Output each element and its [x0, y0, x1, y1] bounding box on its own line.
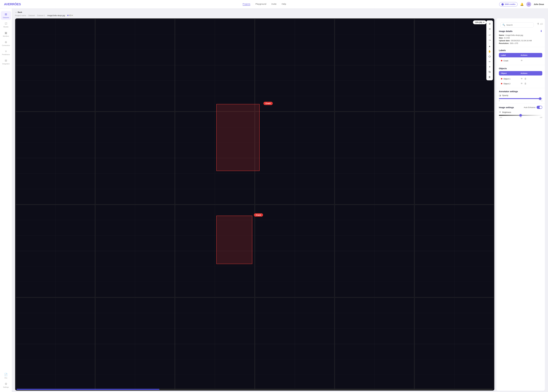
detail-row-upload: Uplaod date: 05/28/2023, 01:04:16 AM [499, 40, 542, 42]
zoom-out-button[interactable]: ⊖ [487, 26, 492, 31]
sidebar-label-connectors: Connectors [2, 44, 10, 46]
bc-sep3: › [46, 14, 47, 17]
upload-label: Uplaod date: [499, 40, 510, 42]
brightness-label: Brightness [502, 111, 511, 113]
label-name-crack: Crack [504, 60, 508, 62]
objects-col-actions: Actions [520, 72, 540, 74]
name-label: Name: [499, 34, 505, 36]
integration-icon: ⊞ [5, 59, 7, 62]
sidebar-label-monitors: Monitors [3, 35, 9, 37]
object-name-cell-1: Object 1 [501, 78, 520, 80]
doc-icon: 📄 [4, 373, 8, 376]
object-row-1: Object 1 👁 🗑 [499, 76, 542, 81]
annotation-box-2[interactable]: Crack [216, 216, 252, 264]
sidebar-item-predictions[interactable]: ≡ Predictions [1, 48, 11, 57]
solar-cell [95, 19, 175, 111]
annotation-box-1[interactable]: Crack [216, 104, 260, 171]
sidebar-item-models[interactable]: ☑ Models [1, 21, 11, 29]
scrollbar-thumb [17, 389, 159, 390]
sidebar-item-connectors[interactable]: ⊕ Connectors [1, 39, 11, 48]
object-actions-2: 👁 🗑 [520, 82, 540, 85]
opacity-range: 0 1 [499, 100, 542, 102]
brightness-slider[interactable] [499, 115, 542, 116]
object-visibility-icon-2[interactable]: 👁 [520, 82, 523, 85]
nav-projects[interactable]: Projects [243, 3, 250, 6]
credits-badge[interactable]: ⬤ 3000 credits [499, 2, 517, 7]
image-details-section: Image details ⬇ Name: image1hdiu-dusjo.j… [496, 28, 545, 47]
visibility-icon[interactable]: 👁 [520, 59, 523, 62]
brightness-thumb[interactable] [519, 114, 522, 117]
pointer-tool-button[interactable]: ▲ [487, 44, 492, 49]
filter-icon[interactable]: ⚗ [537, 22, 539, 26]
hand-tool-button[interactable]: ✋ [487, 49, 492, 54]
nav-links: Projects Playground Invite Help [29, 3, 499, 6]
main-content: ← Back Project name › Dataset › Dataset … [12, 8, 548, 392]
opacity-icon: ◑ [499, 94, 501, 97]
version-badge[interactable]: V1 ▾ [66, 14, 74, 17]
solar-cell [255, 298, 334, 390]
detail-row-size: Size: 6.5 KB [499, 37, 542, 39]
solar-cell [335, 112, 414, 204]
magic-tool-button[interactable]: ✦ [487, 64, 492, 69]
hide-tool-button[interactable] [487, 70, 492, 74]
object-visibility-icon-1[interactable]: 👁 [520, 77, 523, 80]
brightness-icon: ☀ [499, 111, 501, 114]
opacity-thumb[interactable] [539, 97, 541, 100]
notification-bell-icon[interactable]: 🔔 [520, 3, 524, 6]
nav-playground[interactable]: Playground [255, 3, 266, 6]
objects-table-header: Object Actions [499, 71, 542, 76]
search-bar[interactable]: 🔍 [500, 22, 534, 28]
annotator-settings-title: Annotator settings [499, 90, 518, 93]
labels-table: Label Actions Crack 👁 [499, 53, 542, 63]
solar-cell [255, 112, 334, 204]
sidebar-item-datasets[interactable]: ⊞ Datasets [1, 11, 11, 20]
image-settings-title: Image settings [499, 106, 514, 109]
image-settings-section: Image settings Auto Enhance ☀ Brightness [496, 104, 545, 120]
zoom-control[interactable]: 12% (fit) ▾ [473, 21, 486, 24]
bc-dataset1[interactable]: Dataset 1 [37, 14, 45, 17]
solar-cell [15, 19, 95, 111]
version-label: V1 [69, 14, 71, 16]
sidebar: ⊞ Datasets ☑ Models ▣ Monitors ⊕ Connect… [0, 8, 12, 392]
solar-cell [175, 298, 254, 390]
undo-button[interactable]: ↩ [487, 33, 492, 37]
opacity-slider[interactable] [499, 98, 542, 99]
nav-invite[interactable]: Invite [271, 3, 277, 6]
download-icon[interactable]: ⬇ [540, 29, 542, 33]
version-dot [67, 15, 69, 16]
polygon-tool-button[interactable] [487, 54, 492, 59]
image-scrollbar[interactable] [17, 389, 493, 390]
sidebar-label-datasets: Datasets [3, 17, 9, 18]
app-logo: AVERRŌES [4, 2, 21, 6]
object-delete-icon-1[interactable]: 🗑 [524, 77, 527, 80]
bc-dataset[interactable]: Dataset [28, 14, 35, 17]
redo-button[interactable]: ↪ [487, 38, 492, 42]
back-button[interactable]: ← Back [15, 11, 545, 13]
solar-cell [335, 298, 414, 390]
brightness-zero: 0 [520, 117, 521, 118]
sidebar-item-doc[interactable]: 📄 Doc [1, 371, 11, 380]
tag-icon[interactable]: 🏷 [540, 22, 543, 26]
labels-section: Labels Label Actions Crack [496, 47, 545, 65]
brush-tool-button[interactable]: ✏ [487, 59, 492, 64]
object-name-1: Object 1 [504, 78, 510, 80]
bc-project[interactable]: Project name [15, 14, 26, 17]
back-label: Back [18, 11, 22, 13]
sidebar-item-integration[interactable]: ⊞ Integration [1, 57, 11, 66]
search-input[interactable] [506, 24, 532, 26]
monitors-icon: ▣ [5, 31, 7, 35]
nav-help[interactable]: Help [282, 3, 286, 6]
zoom-in-button[interactable]: ⊕ [487, 21, 492, 26]
object-dot-2 [501, 83, 502, 84]
delete-button[interactable]: 🗑 [487, 75, 492, 79]
breadcrumb-area: ← Back Project name › Dataset › Dataset … [15, 11, 545, 17]
username: John Doue [534, 3, 544, 5]
sidebar-item-settings[interactable]: ⚙ Settings [1, 381, 11, 389]
labels-col-label: Label [501, 54, 520, 56]
auto-enhance-toggle[interactable] [537, 106, 542, 109]
detail-row-resolution: Resolution: 500 x 375 [499, 42, 542, 44]
section-header-objects: Objects [499, 67, 542, 70]
object-delete-icon-2[interactable]: 🗑 [524, 82, 527, 85]
sidebar-item-monitors[interactable]: ▣ Monitors [1, 30, 11, 38]
object-name-2: Object 2 [504, 83, 510, 85]
